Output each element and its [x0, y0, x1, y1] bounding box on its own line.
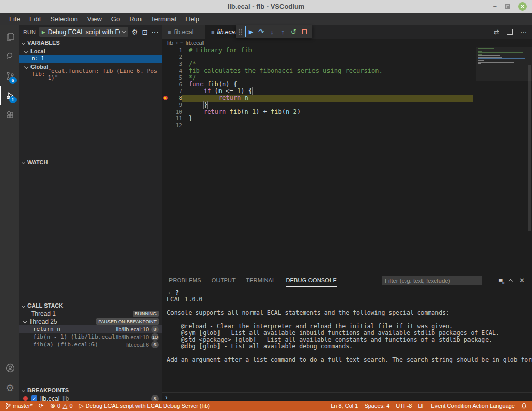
thread-row-1[interactable]: Thread 1 RUNNING	[19, 310, 162, 317]
title-bar: lib.ecal - fib - VSCodium − ✕	[0, 0, 532, 13]
gutter[interactable]	[162, 81, 171, 88]
panel-tab-problems[interactable]: PROBLEMS	[169, 273, 201, 287]
menu-help[interactable]: Help	[181, 15, 204, 23]
minimap[interactable]	[478, 48, 525, 65]
editor-more-icon[interactable]: ⋯	[520, 28, 527, 36]
token: return	[204, 108, 226, 115]
breakpoint-checkbox[interactable]: ✓	[31, 395, 37, 401]
token: fib	[230, 108, 241, 115]
panel-tab-debug-console[interactable]: DEBUG CONSOLE	[286, 273, 337, 287]
debug-console-input[interactable]: ›	[162, 392, 532, 401]
status-left: master* ⟳ ⊗ 0 △ 0 ▷ Debug ECAL script wi…	[5, 403, 210, 409]
stack-frame[interactable]: fib(n - 1) (lib/lib.ecal:10)lib/lib.ecal…	[27, 333, 162, 341]
restart-button[interactable]: ↺	[288, 26, 299, 37]
launch-config-dropdown[interactable]: ▶ Debug ECAL script with ECAL D	[39, 27, 128, 37]
gutter[interactable]	[162, 60, 171, 67]
gutter[interactable]	[162, 122, 171, 129]
gutter[interactable]	[162, 102, 171, 109]
variables-header[interactable]: VARIABLES	[19, 39, 162, 47]
panel-tab-output[interactable]: OUTPUT	[212, 273, 236, 287]
token: {	[248, 87, 252, 95]
indentation-status[interactable]: Spaces: 4	[364, 403, 389, 409]
eol-status[interactable]: LF	[418, 403, 425, 409]
notifications-bell-icon[interactable]	[521, 403, 527, 409]
breakpoint-item[interactable]: ✓ lib.ecal lib 8	[19, 394, 162, 401]
run-debug-icon[interactable]: 1	[0, 86, 19, 105]
token: }	[189, 115, 192, 122]
breakpoints-header[interactable]: BREAKPOINTS	[19, 386, 162, 394]
stack-frame[interactable]: fib(a) (fib.ecal:6)fib.ecal:66	[27, 341, 162, 348]
tab-fib-ecal[interactable]: ≡ fib.ecal	[162, 25, 205, 39]
menu-edit[interactable]: Edit	[25, 15, 45, 23]
scope-local[interactable]: Local	[19, 47, 162, 55]
debug-session-status[interactable]: ▷ Debug ECAL script with ECAL Debug Serv…	[79, 403, 210, 409]
gutter[interactable]	[162, 88, 171, 95]
thread-row-25[interactable]: Thread 25 PAUSED ON BREAKPOINT	[19, 317, 162, 325]
toolbar-drag-handle[interactable]	[238, 28, 243, 36]
token: -	[248, 108, 252, 115]
extensions-icon[interactable]	[0, 105, 19, 125]
maximize-panel-icon[interactable]	[509, 279, 513, 283]
menu-view[interactable]: View	[83, 15, 106, 23]
cursor-position[interactable]: Ln 8, Col 1	[331, 403, 358, 409]
problems-status[interactable]: ⊗ 0 △ 0	[50, 403, 73, 409]
breadcrumb[interactable]: lib › ≡ lib.ecal	[162, 39, 532, 47]
continue-button[interactable]: ▶	[245, 26, 256, 37]
breadcrumb-separator-icon: ›	[176, 39, 178, 47]
console-filter-input[interactable]	[382, 276, 482, 285]
menu-terminal[interactable]: Terminal	[146, 15, 181, 23]
gutter[interactable]	[162, 47, 171, 54]
sync-icon[interactable]: ⟳	[39, 403, 44, 409]
step-into-button[interactable]: ↓	[267, 26, 277, 37]
breakpoint-current-line-icon[interactable]: ▶	[162, 95, 171, 101]
token	[189, 108, 204, 115]
gutter[interactable]	[162, 74, 171, 81]
stop-button[interactable]	[299, 26, 310, 37]
stack-frame[interactable]: return nlib/lib.ecal:108	[19, 325, 162, 333]
settings-gear-icon[interactable]: ⚙	[0, 378, 19, 398]
variable-n[interactable]: n: 1	[19, 55, 162, 63]
explorer-icon[interactable]	[0, 27, 19, 47]
line-number: 3	[171, 60, 182, 67]
console-line: @sym [glob] - List all available inbuild…	[167, 329, 532, 336]
source-control-icon[interactable]: 6	[0, 66, 19, 86]
panel-tab-terminal[interactable]: TERMINAL	[246, 273, 275, 287]
start-debug-icon[interactable]: ▶	[42, 29, 45, 35]
configure-gear-icon[interactable]: ⚙	[132, 28, 138, 36]
gutter[interactable]	[162, 115, 171, 122]
branch-status[interactable]: master*	[5, 403, 33, 409]
variables-section: VARIABLES Local n: 1 Global fib: "ecal.f…	[19, 39, 162, 158]
menu-go[interactable]: Go	[106, 15, 124, 23]
language-status[interactable]: Event Condition Action Language	[431, 403, 515, 409]
code-text: fib calculates the fibonacci series usin…	[182, 68, 383, 74]
call-stack-header[interactable]: CALL STACK	[19, 301, 162, 310]
gutter[interactable]	[162, 109, 171, 115]
menu-file[interactable]: File	[5, 15, 25, 23]
clear-console-icon[interactable]: ≡✕	[499, 277, 503, 284]
step-out-button[interactable]: ↑	[277, 26, 288, 37]
watch-header[interactable]: WATCH	[19, 158, 162, 166]
split-editor-icon[interactable]	[507, 29, 513, 35]
debug-console-panel-icon[interactable]: ⊡	[142, 28, 148, 36]
gutter[interactable]	[162, 68, 171, 74]
token: fib	[271, 108, 282, 115]
source-control-badge: 6	[9, 77, 17, 84]
restore-button[interactable]	[505, 4, 510, 9]
token	[226, 108, 229, 115]
close-button[interactable]: ✕	[518, 2, 527, 11]
close-panel-icon[interactable]: ✕	[519, 277, 525, 284]
views-more-icon[interactable]: ⋯	[151, 28, 159, 36]
step-over-button[interactable]: ↷	[256, 26, 267, 37]
variable-fib[interactable]: fib: "ecal.function: fib (Line 6, Pos 1)…	[19, 70, 162, 78]
minimize-button[interactable]: −	[493, 3, 497, 10]
menu-selection[interactable]: Selection	[45, 15, 82, 23]
input-arrow-icon: →	[167, 289, 170, 296]
encoding-status[interactable]: UTF-8	[396, 403, 412, 409]
gutter[interactable]	[162, 54, 171, 60]
menu-run[interactable]: Run	[124, 15, 146, 23]
line-number: 8	[171, 95, 182, 101]
search-icon[interactable]	[0, 47, 19, 66]
open-changes-icon[interactable]: ⇄	[494, 28, 499, 36]
editor-scrollbar[interactable]	[528, 65, 531, 231]
account-icon[interactable]	[0, 358, 19, 378]
